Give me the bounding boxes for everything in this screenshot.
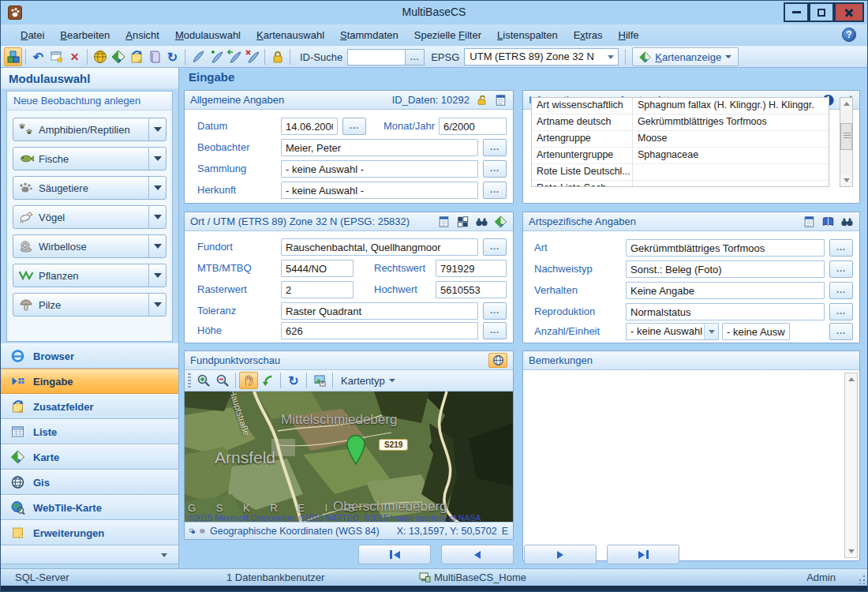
menu-extras[interactable]: Extras [567,27,610,43]
module-button-voegel[interactable]: Vögel [13,205,166,229]
vertical-scrollbar[interactable] [840,97,853,187]
module-dropdown-arrow[interactable] [148,206,166,228]
hoehe-browse-button[interactable]: ... [483,322,507,339]
anzahl-browse-button[interactable]: ... [829,323,853,340]
close-button[interactable] [834,2,864,22]
remove-observation-icon[interactable] [243,47,261,66]
menu-datei[interactable]: Datei [13,27,51,43]
datum-browse-button[interactable]: ... [342,118,366,135]
sidebar-item-webtile-karte[interactable]: WebTile-Karte [1,495,178,520]
unlock-icon[interactable] [475,94,488,107]
notes-icon[interactable] [127,47,145,66]
anzahl-select[interactable]: - keine Auswahl - [626,323,719,340]
export-image-button[interactable] [310,372,329,389]
reproduktion-input[interactable] [626,303,825,320]
scroll-down-arrow[interactable] [840,174,852,186]
select-arrow-button[interactable] [258,372,277,389]
details-icon[interactable] [437,215,451,228]
sidebar-item-liste[interactable]: Liste [1,419,178,444]
resize-grip[interactable] [856,575,866,584]
module-button-wirbellose[interactable]: Wirbellose [13,234,166,258]
module-dropdown-arrow[interactable] [148,294,166,316]
module-button-fische[interactable]: Fische [13,147,166,170]
assign-observation-icon[interactable] [189,47,207,66]
sidebar-item-erweiterungen[interactable]: Erweiterungen [1,520,178,545]
refresh-icon[interactable] [163,47,181,66]
book-icon[interactable] [145,47,163,66]
nachweistyp-input[interactable] [626,260,825,278]
globe-toggle-button[interactable] [488,353,507,368]
pan-hand-button[interactable] [239,372,258,389]
scroll-up-arrow[interactable] [840,98,852,110]
grid-icon[interactable] [456,215,470,228]
module-button-pflanzen[interactable]: Pflanzen [13,264,166,287]
book-icon[interactable] [821,215,835,228]
map-canvas[interactable]: Hauptstraße Mittelschmiedeberg Arnsfeld … [185,392,513,523]
menu-kartenauswahl[interactable]: Kartenauswahl [249,27,331,43]
new-record-icon[interactable] [47,47,65,66]
toleranz-input[interactable] [281,302,478,320]
map-refresh-icon[interactable] [284,372,303,389]
details-icon[interactable] [803,215,816,228]
zoom-out-button[interactable] [213,372,232,389]
module-dropdown-arrow[interactable] [148,264,166,287]
menu-bearbeiten[interactable]: Bearbeiten [53,27,117,43]
monat-input[interactable] [439,118,507,135]
map-icon[interactable] [494,215,507,228]
module-dropdown-arrow[interactable] [148,235,166,257]
module-dropdown-arrow[interactable] [148,177,166,199]
zoom-in-button[interactable] [194,372,213,389]
kartenanzeige-button[interactable]: Kartenanzeige [632,47,739,66]
delete-icon[interactable] [65,47,84,66]
previous-record-button[interactable] [441,545,514,564]
globe-icon[interactable] [91,47,109,66]
lock-icon[interactable] [268,47,286,66]
sidebar-collapse-strip[interactable] [1,545,178,564]
herkunft-browse-button[interactable]: ... [483,182,507,199]
id-search-browse-button[interactable]: ... [405,50,424,65]
kartentyp-dropdown[interactable]: Kartentyp [341,375,395,387]
mtb-input[interactable] [281,260,354,277]
module-dropdown-arrow[interactable] [148,118,166,141]
menu-listenspalten[interactable]: Listenspalten [490,27,565,43]
modules-button[interactable] [4,47,22,66]
herkunft-input[interactable] [281,182,478,199]
menu-stammdaten[interactable]: Stammdaten [333,27,406,43]
maximize-button[interactable] [809,2,834,22]
scroll-thumb[interactable] [840,123,852,150]
sidebar-item-zusatzfelder[interactable]: Zusatzfelder [1,394,178,419]
help-icon[interactable] [842,28,856,42]
first-record-button[interactable] [358,545,431,564]
module-dropdown-arrow[interactable] [148,148,166,170]
beobachter-input[interactable] [281,139,478,156]
verhalten-browse-button[interactable]: ... [829,282,853,299]
id-search-input[interactable] [348,50,405,65]
fundort-input[interactable] [281,238,478,256]
next-record-button[interactable] [524,545,597,564]
hochwert-input[interactable] [436,281,507,298]
sammlung-input[interactable] [281,160,478,178]
rechtswert-input[interactable] [436,260,507,277]
scroll-up-arrow[interactable] [845,373,857,385]
art-input[interactable] [626,239,825,257]
toleranz-browse-button[interactable]: ... [483,302,507,320]
menu-modulauswahl[interactable]: Modulauswahl [168,27,248,43]
sidebar-item-gis[interactable]: Gis [1,470,178,495]
datum-input[interactable] [281,118,338,135]
rasterwert-input[interactable] [281,281,354,298]
nachweistyp-browse-button[interactable]: ... [829,260,853,278]
sammlung-browse-button[interactable]: ... [483,160,507,178]
move-observation-icon[interactable] [225,47,243,66]
module-button-pilze[interactable]: Pilze [13,293,166,317]
module-button-amphibien[interactable]: Amphibien/Reptilien [13,118,166,141]
art-browse-button[interactable]: ... [829,239,853,257]
sidebar-item-karte[interactable]: Karte [1,444,178,470]
menu-ansicht[interactable]: Ansicht [118,27,166,43]
fundort-browse-button[interactable]: ... [483,238,507,256]
undo-icon[interactable] [29,47,47,66]
epsg-select[interactable]: UTM (ETRS 89) Zone 32 N [464,48,619,66]
add-observation-icon[interactable] [207,47,225,66]
vertical-scrollbar[interactable] [844,373,858,558]
verhalten-input[interactable] [626,282,825,299]
beobachter-browse-button[interactable]: ... [483,139,507,156]
